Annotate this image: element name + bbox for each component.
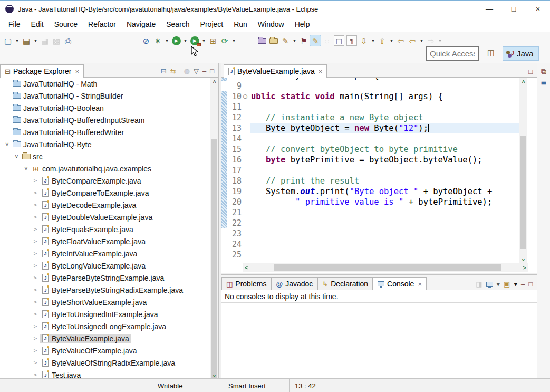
chevron-right-icon[interactable]: > [31,189,40,196]
new-wizard-dropdown[interactable]: ▾ [14,34,21,47]
search-dropdown[interactable]: ▾ [291,34,298,47]
back-icon[interactable]: ⇦ [407,34,418,47]
tree-item[interactable]: >JByteParseByteStringExample.java [0,272,210,284]
previous-edit-dropdown[interactable]: ▾ [388,34,395,47]
save-all-icon[interactable]: ▩ [51,34,62,47]
scroll-right-icon[interactable]: > [520,263,528,272]
menu-refactor[interactable]: Refactor [83,18,121,31]
minimize-view-icon[interactable]: – [521,281,525,288]
mark-occurrences-icon[interactable]: ✎ [310,35,321,46]
chevron-down-icon[interactable]: > [13,152,20,161]
chevron-down-icon[interactable]: > [4,140,11,149]
chevron-right-icon[interactable]: > [31,262,40,269]
close-icon[interactable]: × [418,280,422,288]
outline-view-icon[interactable]: ≣ [537,79,550,87]
annotation-flag-icon[interactable]: ⚑ [298,34,310,47]
java-perspective-button[interactable]: J Java [503,46,539,61]
menu-project[interactable]: Project [195,18,229,31]
last-edit-location-icon[interactable]: ⇩ [358,34,370,47]
debug-dropdown[interactable]: ▾ [163,34,170,47]
menu-edit[interactable]: Edit [26,18,49,31]
menu-source[interactable]: Source [49,18,83,31]
chevron-right-icon[interactable]: > [31,323,40,330]
maximize-view-icon[interactable]: □ [210,68,214,74]
tree-item[interactable]: JavaTutorialHQ - Math [0,78,210,90]
chevron-right-icon[interactable]: > [31,202,40,208]
skip-breakpoints-icon[interactable]: ⊘ [140,34,152,47]
chevron-down-icon[interactable]: > [23,164,30,174]
new-java-element-dropdown[interactable]: ▾ [32,34,39,47]
previous-edit-location-icon[interactable]: ⇧ [377,34,388,47]
link-with-editor-icon[interactable]: ⇆ [170,68,176,74]
update-project-dropdown[interactable]: ▾ [230,34,237,47]
chevron-right-icon[interactable]: > [31,177,40,184]
chevron-right-icon[interactable]: > [31,274,40,281]
menu-navigate[interactable]: Navigate [121,18,161,31]
tree-item[interactable]: >JTest.java [0,369,210,379]
tree-item[interactable]: >JByteDecodeExample.java [0,199,210,211]
run-external-tools-icon[interactable]: ▶ [189,34,200,47]
new-java-element-icon[interactable]: ▤ [21,34,32,47]
quick-access-input[interactable] [426,46,479,61]
open-console-icon[interactable]: ▣ [504,281,510,288]
menu-file[interactable]: File [3,18,26,31]
tree-item[interactable]: >JByteValueExample.java [0,332,210,345]
tab-problems[interactable]: ◫Problems [221,277,271,290]
tree-item[interactable]: >JByteValueOfStringRadixExample.java [0,357,210,369]
package-explorer-scrollbar[interactable]: > > [210,78,218,379]
show-whitespace-icon[interactable]: ¶ [346,35,357,46]
open-perspective-icon[interactable]: ◫ [487,48,495,58]
tab-declaration[interactable]: ↳Declaration [317,277,373,290]
chevron-right-icon[interactable]: > [31,347,40,354]
next-annotation-icon[interactable]: ◌ [321,34,333,47]
tree-item[interactable]: JavaTutorialHQ-BufferedWriter [0,126,210,138]
chevron-right-icon[interactable]: > [31,359,40,366]
window-close-button[interactable]: × [526,1,550,17]
tab-bytevalueexample[interactable]: J ByteValueExample.java × [224,64,327,78]
editor-horizontal-scrollbar[interactable]: > > [243,263,528,272]
menu-window[interactable]: Window [253,18,290,31]
tree-item[interactable]: >JByteShortValueExample.java [0,296,210,308]
menu-run[interactable]: Run [228,18,253,31]
tree-item[interactable]: >JByteToUnsignedLongExample.java [0,320,210,332]
back-to-last-edit-icon[interactable]: ⇦ [395,34,407,47]
run-icon[interactable]: ▶ [170,34,182,47]
tree-item[interactable]: >src [0,150,210,162]
minimize-view-icon[interactable]: – [521,68,525,75]
tree-item[interactable]: >JByteToUnsignedIntExample.java [0,308,210,320]
code-text-area[interactable]: c class ByteValueExample {ublic static v… [250,78,519,263]
chevron-right-icon[interactable]: > [31,335,40,342]
tree-item[interactable]: >JByteValueOfExample.java [0,345,210,357]
tree-item[interactable]: >JByteFloatValueExample.java [0,235,210,247]
chevron-right-icon[interactable]: > [31,250,40,257]
menu-help[interactable]: Help [290,18,315,31]
chevron-right-icon[interactable]: > [31,299,40,305]
chevron-right-icon[interactable]: > [31,286,40,293]
last-edit-dropdown[interactable]: ▾ [370,34,377,47]
tree-item[interactable]: >JavaTutorialHQ-Byte [0,138,210,150]
tree-item[interactable]: >⊞com.javatutorialhq.java.examples [0,162,210,175]
close-icon[interactable]: × [319,68,323,75]
open-resource-icon[interactable] [268,34,279,47]
scrollbar-thumb[interactable] [274,264,501,271]
show-source-icon[interactable]: ▤ [334,35,344,46]
scroll-up-icon[interactable]: > [519,78,527,85]
window-maximize-button[interactable]: □ [501,1,526,17]
tree-item[interactable]: >JByteDoubleValueExample.java [0,211,210,223]
collapse-all-icon[interactable]: ⊟ [161,68,167,74]
view-dropdown-icon[interactable]: ▽ [194,68,199,74]
close-icon[interactable]: × [75,68,79,75]
update-project-icon[interactable]: ⟳ [219,34,230,47]
maximize-view-icon[interactable]: □ [528,68,533,75]
tab-javadoc[interactable]: @Javadoc [271,277,317,290]
tree-item[interactable]: >JByteCompareToExample.java [0,187,210,199]
new-java-project-icon[interactable]: ⊞ [207,34,219,47]
tree-item[interactable]: >JByteCompareExample.java [0,175,210,187]
search-icon[interactable]: ✎ [279,34,291,47]
chevron-right-icon[interactable]: > [31,311,40,318]
code-editor[interactable]: 8910111213141516171819202122232425 ⊖ c c… [221,78,537,263]
restore-view-icon[interactable]: ⧉ [537,68,550,75]
scrollbar-thumb[interactable] [520,136,526,249]
run-dropdown[interactable]: ▾ [182,34,189,47]
display-console-dropdown[interactable]: ▾ [497,281,500,288]
